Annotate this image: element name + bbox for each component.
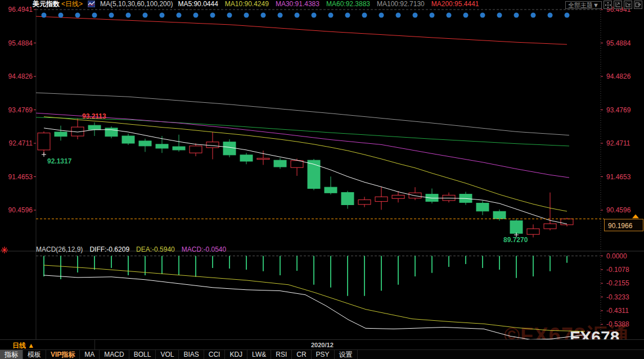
macd-value-2: MACD:-0.0540 bbox=[182, 246, 226, 253]
bottom-toolbar: 指标模板VIP指标MAMACDBOLLVOLBIASCCIKDJLW&RSICR… bbox=[0, 349, 644, 359]
toolbar-item-kdj[interactable]: KDJ bbox=[225, 350, 247, 359]
toolbar-item-vip[interactable]: VIP指标 bbox=[46, 350, 80, 359]
toolbar-item-shezhi[interactable]: 设置 bbox=[335, 350, 358, 359]
svg-text:0.0000: 0.0000 bbox=[606, 252, 627, 260]
detach-pane-tool-icon[interactable] bbox=[634, 1, 642, 9]
svg-text:90.4596: 90.4596 bbox=[606, 206, 631, 214]
macd-values: DIFF:-0.6209DEA:-0.5940MACD:-0.0540 bbox=[89, 246, 226, 253]
symbol-name: 美元指数 bbox=[33, 0, 60, 8]
svg-text:95.4884: 95.4884 bbox=[606, 39, 631, 47]
svg-text:93.2113: 93.2113 bbox=[82, 112, 106, 120]
macd-value-1: DEA:-0.5940 bbox=[136, 246, 175, 253]
svg-text:-0.2155: -0.2155 bbox=[606, 279, 629, 287]
toolbar-item-psy[interactable]: PSY bbox=[312, 350, 335, 359]
period-tag: <日线> bbox=[61, 0, 83, 8]
ma-value-3: MA60:92.3883 bbox=[326, 0, 370, 8]
toolbar-item-rsi[interactable]: RSI bbox=[271, 350, 292, 359]
top-right-controls: 全部主题▼ bbox=[565, 1, 642, 9]
date-label: 2020/12 bbox=[311, 342, 334, 348]
svg-text:92.4711: 92.4711 bbox=[9, 139, 33, 147]
svg-text:92.4711: 92.4711 bbox=[606, 139, 631, 147]
svg-text:94.4826: 94.4826 bbox=[8, 72, 33, 80]
x-axis-scale-tool-icon[interactable] bbox=[624, 1, 632, 9]
toolbar-item-zhibiao[interactable]: 指标 bbox=[0, 350, 23, 359]
time-axis: 日线 ▲ 2020/12 bbox=[0, 339, 644, 349]
mini-chart-icon bbox=[88, 1, 95, 7]
svg-text:94.4826: 94.4826 bbox=[606, 72, 631, 80]
ma-values: MA5:90.0444MA10:90.4249MA30:91.4383MA60:… bbox=[178, 0, 479, 8]
toolbar-item-bias[interactable]: BIAS bbox=[179, 350, 204, 359]
main-chart-canvas[interactable]: 96.494196.494195.488495.488494.482694.48… bbox=[0, 0, 644, 349]
theme-dropdown-button[interactable]: 全部主题▼ bbox=[565, 1, 602, 9]
toolbar-item-moban[interactable]: 模板 bbox=[23, 350, 46, 359]
svg-text:89.7270: 89.7270 bbox=[503, 236, 528, 244]
svg-text:91.4653: 91.4653 bbox=[8, 173, 33, 181]
toolbar-item-macd[interactable]: MACD bbox=[100, 350, 129, 359]
alert-icon[interactable] bbox=[1, 246, 8, 256]
ma-value-1: MA10:90.4249 bbox=[225, 0, 269, 8]
toolbar-item-lw[interactable]: LW& bbox=[247, 350, 271, 359]
toolbar-item-vol[interactable]: VOL bbox=[156, 350, 179, 359]
macd-header: MACD(26,12,9) DIFF:-0.6209DEA:-0.5940MAC… bbox=[36, 246, 226, 253]
svg-text:91.4653: 91.4653 bbox=[606, 173, 631, 181]
ma-value-0: MA5:90.0444 bbox=[178, 0, 218, 8]
chart-header: 美元指数 <日线> MA(5,10,30,60,100,200) MA5:90.… bbox=[0, 0, 526, 8]
pan-tool-icon[interactable] bbox=[604, 1, 612, 9]
svg-text:90.1966: 90.1966 bbox=[608, 222, 633, 230]
time-axis-divider bbox=[94, 340, 95, 349]
toolbar-item-boll[interactable]: BOLL bbox=[129, 350, 156, 359]
svg-text:93.4769: 93.4769 bbox=[606, 106, 631, 114]
y-axis-scale-tool-icon[interactable] bbox=[614, 1, 622, 9]
ma-settings-label: MA(5,10,30,60,100,200) bbox=[100, 0, 173, 8]
toolbar-item-cci[interactable]: CCI bbox=[204, 350, 226, 359]
svg-text:-0.4311: -0.4311 bbox=[606, 307, 629, 315]
svg-text:-0.3233: -0.3233 bbox=[606, 293, 629, 301]
ma-value-2: MA30:91.4383 bbox=[276, 0, 319, 8]
toolbar-item-cr[interactable]: CR bbox=[292, 350, 311, 359]
svg-text:95.4884: 95.4884 bbox=[8, 39, 33, 47]
ma-value-4: MA100:92.7130 bbox=[377, 0, 425, 8]
toolbar-item-ma[interactable]: MA bbox=[80, 350, 100, 359]
svg-text:93.4769: 93.4769 bbox=[8, 106, 33, 114]
svg-text:90.4596: 90.4596 bbox=[8, 206, 33, 214]
svg-text:-0.1078: -0.1078 bbox=[606, 266, 629, 274]
ma-value-5: MA200:95.4441 bbox=[431, 0, 479, 8]
macd-params-label: MACD(26,12,9) bbox=[36, 246, 83, 253]
macd-value-0: DIFF:-0.6209 bbox=[89, 246, 129, 253]
svg-text:92.1317: 92.1317 bbox=[47, 157, 72, 165]
